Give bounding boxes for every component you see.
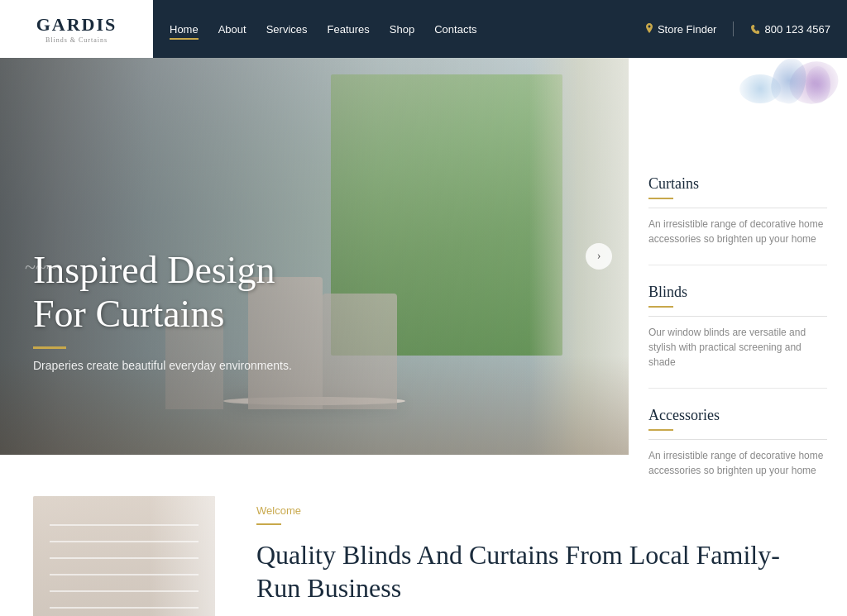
sidebar-blinds-desc: Our window blinds are versatile and styl… [648,325,827,370]
sidebar-blinds-accent [648,306,673,308]
nav-item-about[interactable]: About [218,21,246,36]
hero-sidebar: Curtains An irresistible range of decora… [629,58,847,513]
nav-item-features[interactable]: Features [328,21,370,36]
sidebar-item-blinds[interactable]: Blinds Our window blinds are versatile a… [648,265,827,389]
hero-title: Inspired DesignFor Curtains [33,249,292,337]
navbar: GARDIS Blinds & Curtains Home About Serv… [0,0,847,58]
nav-item-contacts[interactable]: Contacts [434,21,476,36]
logo-name: GARDIS [36,14,117,36]
hero-image: ~~~ Inspired DesignFor Curtains Draperie… [0,58,629,455]
sidebar-accessories-desc: An irresistible range of decorative home… [648,448,827,478]
sidebar-accessories-divider [648,439,827,440]
location-icon [644,23,654,35]
hero-subtitle: Draperies create beautiful everyday envi… [33,359,292,372]
sidebar-accessories-title: Accessories [648,407,827,424]
hero-content: Inspired DesignFor Curtains Draperies cr… [33,249,292,372]
welcome-image [33,496,215,616]
nav-item-home[interactable]: Home [170,21,199,36]
welcome-tag-line [256,523,281,525]
logo[interactable]: GARDIS Blinds & Curtains [0,0,153,58]
nav-item-shop[interactable]: Shop [390,21,414,36]
store-finder[interactable]: Store Finder [644,23,717,36]
sidebar-curtains-title: Curtains [648,175,827,193]
nav-right: Store Finder 800 123 4567 [644,21,847,36]
sidebar-curtains-divider [648,208,827,208]
sidebar-item-curtains[interactable]: Curtains An irresistible range of decora… [648,157,827,265]
sidebar-blinds-divider [648,316,827,317]
nav-divider [733,21,734,36]
hero-section: ~~~ Inspired DesignFor Curtains Draperie… [0,58,847,455]
sidebar-curtains-desc: An irresistible range of decorative home… [648,217,827,246]
nav-links: Home About Services Features Shop Contac… [170,21,477,36]
phone-icon [750,24,761,35]
slider-next-button[interactable]: › [586,243,612,270]
phone-number[interactable]: 800 123 4567 [750,23,830,36]
sidebar-blinds-title: Blinds [648,284,827,301]
welcome-title: Quality Blinds And Curtains From Local F… [256,538,814,604]
hero-accent-line [33,346,66,349]
sidebar-accessories-accent [648,429,673,431]
nav-item-services[interactable]: Services [266,21,308,36]
sidebar-item-accessories[interactable]: Accessories An irresistible range of dec… [648,389,827,496]
sidebar-curtains-accent [648,198,673,199]
logo-subtitle: Blinds & Curtains [36,36,117,44]
